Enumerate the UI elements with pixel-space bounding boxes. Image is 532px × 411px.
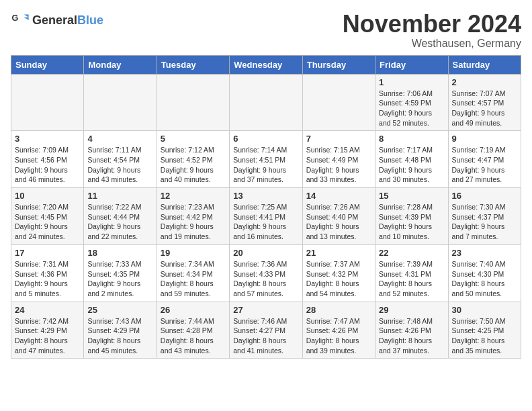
day-info: Sunrise: 7:23 AM Sunset: 4:42 PM Dayligh… — [161, 202, 226, 242]
day-number: 25 — [87, 305, 152, 315]
day-info: Sunrise: 7:11 AM Sunset: 4:54 PM Dayligh… — [87, 145, 152, 185]
day-info: Sunrise: 7:19 AM Sunset: 4:47 PM Dayligh… — [452, 145, 517, 185]
logo-general: General — [32, 13, 77, 27]
day-info: Sunrise: 7:31 AM Sunset: 4:36 PM Dayligh… — [15, 259, 80, 299]
table-row: 8Sunrise: 7:17 AM Sunset: 4:48 PM Daylig… — [375, 131, 448, 188]
day-number: 16 — [452, 191, 517, 201]
day-info: Sunrise: 7:26 AM Sunset: 4:40 PM Dayligh… — [306, 202, 371, 242]
table-row: 9Sunrise: 7:19 AM Sunset: 4:47 PM Daylig… — [448, 131, 521, 188]
day-number: 24 — [15, 305, 80, 315]
logo-icon: G — [11, 11, 30, 30]
day-number: 2 — [452, 77, 517, 87]
table-row: 30Sunrise: 7:50 AM Sunset: 4:25 PM Dayli… — [448, 302, 521, 359]
table-row: 21Sunrise: 7:37 AM Sunset: 4:32 PM Dayli… — [302, 244, 375, 302]
table-row: 3Sunrise: 7:09 AM Sunset: 4:56 PM Daylig… — [11, 131, 84, 188]
day-info: Sunrise: 7:06 AM Sunset: 4:59 PM Dayligh… — [379, 89, 444, 128]
day-number: 11 — [87, 191, 152, 201]
header-saturday: Saturday — [448, 55, 521, 74]
day-info: Sunrise: 7:37 AM Sunset: 4:32 PM Dayligh… — [306, 259, 371, 299]
day-info: Sunrise: 7:42 AM Sunset: 4:29 PM Dayligh… — [15, 316, 80, 356]
day-number: 29 — [379, 305, 444, 315]
day-info: Sunrise: 7:30 AM Sunset: 4:37 PM Dayligh… — [452, 202, 517, 242]
table-row: 18Sunrise: 7:33 AM Sunset: 4:35 PM Dayli… — [84, 244, 157, 302]
table-row: 19Sunrise: 7:34 AM Sunset: 4:34 PM Dayli… — [157, 244, 229, 302]
header-thursday: Thursday — [302, 55, 375, 74]
header-monday: Monday — [84, 55, 157, 74]
location-title: Westhausen, Germany — [343, 38, 521, 50]
day-number: 12 — [161, 191, 226, 201]
table-row: 25Sunrise: 7:43 AM Sunset: 4:29 PM Dayli… — [84, 302, 157, 359]
table-row: 11Sunrise: 7:22 AM Sunset: 4:44 PM Dayli… — [84, 188, 157, 245]
svg-marker-2 — [24, 17, 29, 20]
day-info: Sunrise: 7:20 AM Sunset: 4:45 PM Dayligh… — [15, 202, 80, 242]
day-number: 19 — [161, 248, 226, 258]
table-row: 13Sunrise: 7:25 AM Sunset: 4:41 PM Dayli… — [230, 188, 302, 245]
day-number: 27 — [233, 305, 298, 315]
calendar-week-row: 17Sunrise: 7:31 AM Sunset: 4:36 PM Dayli… — [11, 244, 521, 302]
day-info: Sunrise: 7:14 AM Sunset: 4:51 PM Dayligh… — [233, 145, 298, 185]
day-number: 30 — [452, 305, 517, 315]
table-row — [230, 74, 302, 131]
day-number: 15 — [379, 191, 444, 201]
table-row: 6Sunrise: 7:14 AM Sunset: 4:51 PM Daylig… — [230, 131, 302, 188]
header-sunday: Sunday — [11, 55, 84, 74]
svg-marker-1 — [24, 15, 29, 17]
table-row: 14Sunrise: 7:26 AM Sunset: 4:40 PM Dayli… — [302, 188, 375, 245]
day-info: Sunrise: 7:33 AM Sunset: 4:35 PM Dayligh… — [87, 259, 152, 299]
day-info: Sunrise: 7:22 AM Sunset: 4:44 PM Dayligh… — [87, 202, 152, 242]
day-number: 7 — [306, 134, 371, 144]
table-row: 22Sunrise: 7:39 AM Sunset: 4:31 PM Dayli… — [375, 244, 448, 302]
day-info: Sunrise: 7:09 AM Sunset: 4:56 PM Dayligh… — [15, 145, 80, 185]
day-number: 22 — [379, 248, 444, 258]
day-number: 5 — [161, 134, 226, 144]
calendar-table: Sunday Monday Tuesday Wednesday Thursday… — [11, 55, 521, 359]
day-number: 8 — [379, 134, 444, 144]
day-info: Sunrise: 7:39 AM Sunset: 4:31 PM Dayligh… — [379, 259, 444, 299]
day-number: 10 — [15, 191, 80, 201]
calendar-week-row: 1Sunrise: 7:06 AM Sunset: 4:59 PM Daylig… — [11, 74, 521, 131]
table-row: 20Sunrise: 7:36 AM Sunset: 4:33 PM Dayli… — [230, 244, 302, 302]
table-row: 1Sunrise: 7:06 AM Sunset: 4:59 PM Daylig… — [375, 74, 448, 131]
table-row: 7Sunrise: 7:15 AM Sunset: 4:49 PM Daylig… — [302, 131, 375, 188]
day-number: 13 — [233, 191, 298, 201]
table-row: 27Sunrise: 7:46 AM Sunset: 4:27 PM Dayli… — [230, 302, 302, 359]
day-info: Sunrise: 7:48 AM Sunset: 4:26 PM Dayligh… — [379, 316, 444, 356]
day-number: 17 — [15, 248, 80, 258]
calendar-week-row: 10Sunrise: 7:20 AM Sunset: 4:45 PM Dayli… — [11, 188, 521, 245]
table-row: 28Sunrise: 7:47 AM Sunset: 4:26 PM Dayli… — [302, 302, 375, 359]
table-row: 5Sunrise: 7:12 AM Sunset: 4:52 PM Daylig… — [157, 131, 229, 188]
logo-blue: Blue — [77, 13, 103, 27]
day-number: 14 — [306, 191, 371, 201]
day-number: 20 — [233, 248, 298, 258]
table-row — [11, 74, 84, 131]
day-number: 6 — [233, 134, 298, 144]
calendar-week-row: 3Sunrise: 7:09 AM Sunset: 4:56 PM Daylig… — [11, 131, 521, 188]
day-info: Sunrise: 7:36 AM Sunset: 4:33 PM Dayligh… — [233, 259, 298, 299]
day-info: Sunrise: 7:07 AM Sunset: 4:57 PM Dayligh… — [452, 89, 517, 128]
table-row: 10Sunrise: 7:20 AM Sunset: 4:45 PM Dayli… — [11, 188, 84, 245]
day-info: Sunrise: 7:43 AM Sunset: 4:29 PM Dayligh… — [87, 316, 152, 356]
header-friday: Friday — [375, 55, 448, 74]
day-number: 26 — [161, 305, 226, 315]
month-title: November 2024 — [343, 11, 521, 38]
calendar-header-row: Sunday Monday Tuesday Wednesday Thursday… — [11, 55, 521, 74]
day-info: Sunrise: 7:34 AM Sunset: 4:34 PM Dayligh… — [161, 259, 226, 299]
day-info: Sunrise: 7:17 AM Sunset: 4:48 PM Dayligh… — [379, 145, 444, 185]
day-info: Sunrise: 7:25 AM Sunset: 4:41 PM Dayligh… — [233, 202, 298, 242]
table-row — [302, 74, 375, 131]
day-number: 21 — [306, 248, 371, 258]
day-info: Sunrise: 7:15 AM Sunset: 4:49 PM Dayligh… — [306, 145, 371, 185]
table-row: 26Sunrise: 7:44 AM Sunset: 4:28 PM Dayli… — [157, 302, 229, 359]
table-row: 2Sunrise: 7:07 AM Sunset: 4:57 PM Daylig… — [448, 74, 521, 131]
table-row: 15Sunrise: 7:28 AM Sunset: 4:39 PM Dayli… — [375, 188, 448, 245]
page-header: G GeneralBlue November 2024 Westhausen, … — [11, 11, 521, 50]
day-number: 28 — [306, 305, 371, 315]
day-number: 1 — [379, 77, 444, 87]
table-row: 16Sunrise: 7:30 AM Sunset: 4:37 PM Dayli… — [448, 188, 521, 245]
title-block: November 2024 Westhausen, Germany — [343, 11, 521, 50]
day-info: Sunrise: 7:50 AM Sunset: 4:25 PM Dayligh… — [452, 316, 517, 356]
svg-text:G: G — [11, 13, 18, 23]
table-row: 4Sunrise: 7:11 AM Sunset: 4:54 PM Daylig… — [84, 131, 157, 188]
day-info: Sunrise: 7:46 AM Sunset: 4:27 PM Dayligh… — [233, 316, 298, 356]
table-row — [157, 74, 229, 131]
